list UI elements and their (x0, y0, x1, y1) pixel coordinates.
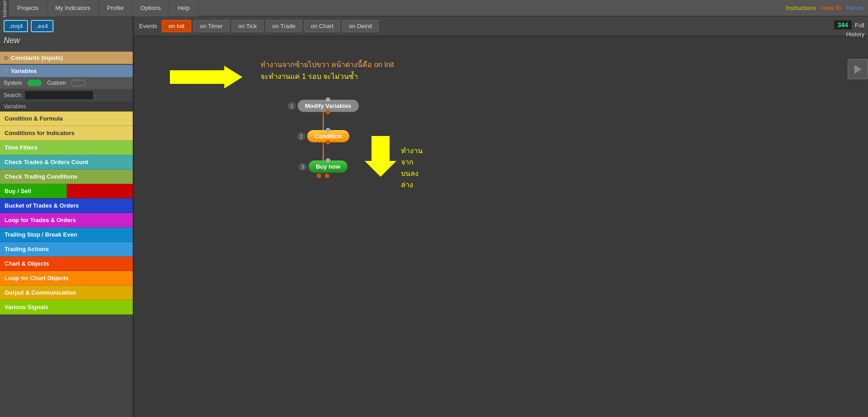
constants-bullet (4, 56, 8, 60)
annotation-line2: จะทำงานแค่ 1 รอบ จะไม่วนซ้ำ (260, 71, 394, 82)
canvas-area: ทำงานจากซ้ายไปขวา หน้าต่างนี้คือ on Init… (134, 36, 868, 417)
event-tab-oninit[interactable]: on Init (162, 20, 191, 32)
sidebar-item-check-trades-orders[interactable]: Check Trades & Orders Count (0, 155, 133, 170)
node-2[interactable]: 2 Condition (297, 130, 349, 142)
constants-header[interactable]: Constants (Inputs) (0, 52, 133, 64)
node-3-box[interactable]: Buy now (309, 160, 347, 173)
sidebar-item-bucket-trades[interactable]: Bucket of Trades & Orders (0, 199, 133, 213)
node-3-connector-top (326, 158, 330, 163)
sidebar-item-output-comm[interactable]: Output & Communication (0, 286, 133, 300)
content-area: Events on Init on Timer on Tick on Trade… (134, 16, 868, 417)
node-1[interactable]: 1 Modify Variables (288, 100, 359, 112)
counter-full-label: Full (855, 22, 864, 29)
sidebar-item-trailing-stop[interactable]: Trailing Stop / Break Even (0, 228, 133, 242)
connector-line-1 (323, 112, 324, 130)
variables-section-title: Variables (0, 102, 133, 112)
sell-label (67, 184, 133, 198)
sidebar-item-buy-sell[interactable]: Buy / Sell (0, 184, 133, 199)
right-panel-icon[interactable] (848, 59, 868, 79)
main-layout: .mq4 .ex4 New Constants (Inputs) Variabl… (0, 16, 868, 417)
sidebar: .mq4 .ex4 New Constants (Inputs) Variabl… (0, 16, 134, 417)
node-3[interactable]: 3 Buy now (299, 160, 347, 173)
buy-label: Buy / Sell (0, 184, 67, 198)
sidebar-item-time-filters[interactable]: Time Filters (0, 141, 133, 155)
buy-connectors (317, 174, 329, 178)
forum-link[interactable]: Forum (846, 5, 863, 11)
mq4-button[interactable]: .mq4 (4, 20, 28, 32)
header-links: Instructions How To Forum (786, 5, 863, 11)
node-3-wrapper: 3 Buy now (299, 160, 347, 178)
event-tab-ondeinit[interactable]: on Deinit (342, 20, 379, 32)
flow-container: 1 Modify Variables (288, 100, 359, 178)
node-2-number: 2 (297, 132, 305, 141)
search-input[interactable] (25, 91, 93, 99)
menu-tab-my-indicators[interactable]: My Indicators (47, 0, 99, 16)
system-toggle[interactable] (27, 80, 42, 86)
sidebar-item-check-trading-conditions[interactable]: Check Trading Conditions (0, 170, 133, 184)
node-3-number: 3 (299, 163, 307, 171)
system-toggle-label: System (4, 80, 22, 86)
ex4-button[interactable]: .ex4 (31, 20, 53, 32)
custom-toggle-label: Custom (47, 80, 66, 86)
sidebar-item-condition-formula[interactable]: Condition & Formula (0, 112, 133, 126)
toggle-row: System Custom (0, 77, 133, 89)
file-buttons: .mq4 .ex4 (4, 20, 129, 32)
node-2-box[interactable]: Condition (307, 130, 349, 142)
sidebar-item-loop-trades[interactable]: Loop for Trades & Orders (0, 213, 133, 228)
instructions-link[interactable]: Instructions (786, 5, 816, 11)
sidebar-item-loop-chart[interactable]: Loop for Chart Objects (0, 271, 133, 286)
connector-line-2 (323, 142, 324, 160)
panel-icon-svg (852, 63, 864, 76)
buy-connector-right (325, 174, 329, 178)
sidebar-item-various-signals[interactable]: Various Signals (0, 300, 133, 315)
events-bar: Events on Init on Timer on Tick on Trade… (134, 16, 868, 36)
app-vertical-label: fxdream (0, 0, 9, 16)
new-label: New (4, 36, 129, 45)
constants-label: Constants (Inputs) (11, 54, 63, 61)
sidebar-item-conditions-indicators[interactable]: Conditions for Indicators (0, 126, 133, 141)
counter-row: 344 Full (834, 20, 864, 30)
custom-toggle[interactable] (71, 80, 86, 86)
node-2-connector-bottom (326, 140, 330, 145)
node-1-wrapper: 1 Modify Variables (288, 100, 359, 130)
search-row: Search: (0, 89, 133, 102)
event-tab-ontick[interactable]: on Tick (231, 20, 264, 32)
event-tab-ontimer[interactable]: on Timer (193, 20, 230, 32)
search-label: Search: (4, 92, 22, 98)
menu-tab-projects[interactable]: Projects (9, 0, 47, 16)
counter-number: 344 (834, 20, 852, 30)
node-1-connector-bottom (326, 110, 330, 114)
sidebar-item-trading-actions[interactable]: Trading Actions (0, 242, 133, 257)
variables-label: Variables (11, 68, 37, 74)
node-1-box[interactable]: Modify Variables (298, 100, 359, 112)
buy-connector-left (317, 174, 321, 178)
sidebar-item-chart-objects[interactable]: Chart & Objects (0, 257, 133, 271)
annotation-line1: ทำงานจากซ้ายไปขวา หน้าต่างนี้คือ on Init (260, 59, 394, 71)
node-1-connector-top (326, 97, 330, 102)
variables-bullet (4, 69, 8, 73)
top-right-area: 344 Full History (834, 20, 864, 38)
menu-tab-help[interactable]: Help (169, 0, 198, 16)
annotation-text-2: ทำงานจากบนลงล่าง (401, 145, 423, 190)
menu-tab-options[interactable]: Options (132, 0, 169, 16)
event-tab-ontrade[interactable]: on Trade (265, 20, 302, 32)
event-tab-onchart[interactable]: on Chart (304, 20, 340, 32)
annotation-text-1: ทำงานจากซ้ายไปขวา หน้าต่างนี้คือ on Init… (260, 59, 394, 82)
howto-link[interactable]: How To (821, 5, 841, 11)
sidebar-top: .mq4 .ex4 New (0, 16, 133, 52)
svg-marker-0 (170, 66, 242, 88)
menu-bar: fxdream Projects My Indicators Profile O… (0, 0, 868, 16)
arrow-down-annotation (365, 136, 396, 179)
events-label: Events (139, 23, 157, 29)
svg-marker-1 (365, 136, 396, 177)
menu-tabs-container: Projects My Indicators Profile Options H… (9, 0, 198, 16)
node-1-number: 1 (288, 102, 296, 110)
node-2-connector-top (326, 128, 330, 132)
node-2-wrapper: 2 Condition (297, 130, 349, 160)
arrow-right-annotation (170, 63, 242, 91)
variables-header[interactable]: Variables (0, 65, 133, 77)
menu-tab-profile[interactable]: Profile (99, 0, 132, 16)
